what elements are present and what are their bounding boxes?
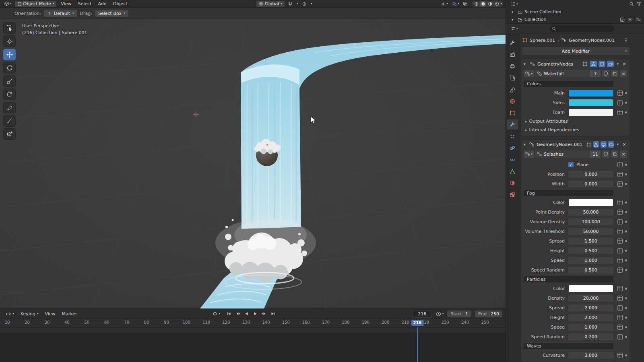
auto-keying-toggle[interactable]: ▾: [213, 311, 220, 316]
properties-search-input[interactable]: [549, 25, 615, 32]
animate-property-icon[interactable]: [617, 90, 623, 96]
decorate-icon[interactable]: [625, 230, 627, 232]
properties-tab-view-layer[interactable]: [507, 73, 518, 83]
menu-keying[interactable]: Keying▾: [18, 311, 41, 317]
close-modifier-icon[interactable]: ×: [621, 61, 627, 67]
display-edit-mode-toggle[interactable]: [593, 141, 599, 148]
checkbox-icon[interactable]: [620, 17, 625, 22]
overlays-dropdown[interactable]: ▾: [450, 2, 461, 6]
properties-tab-modifiers[interactable]: [507, 119, 518, 130]
modifier-extras-icon[interactable]: ▾: [615, 142, 620, 146]
frame-end-field[interactable]: End250: [475, 311, 502, 317]
next-keyframe-button[interactable]: [260, 310, 268, 317]
color-swatch[interactable]: [568, 285, 613, 292]
decorate-icon[interactable]: [625, 164, 627, 166]
tool-add-cube-button[interactable]: [3, 128, 16, 140]
animate-property-icon[interactable]: [617, 267, 623, 273]
animate-property-icon[interactable]: [617, 200, 623, 205]
animate-property-icon[interactable]: [617, 172, 623, 177]
chevron-down-icon[interactable]: ▾: [512, 10, 516, 14]
node-group-users-count[interactable]: 11: [590, 150, 601, 158]
display-realtime-toggle[interactable]: [601, 141, 607, 148]
camera-icon[interactable]: [636, 17, 640, 22]
drag-mode-dropdown[interactable]: Select Box ▾: [95, 10, 128, 17]
properties-tab-object-data[interactable]: [507, 166, 518, 176]
animate-property-icon[interactable]: [617, 229, 623, 234]
number-field[interactable]: 3.000: [568, 352, 613, 359]
menu-add[interactable]: Add: [95, 0, 109, 8]
menu-view[interactable]: View: [58, 0, 74, 8]
display-edit-mode-toggle[interactable]: [590, 61, 597, 67]
breadcrumb-modifier[interactable]: GeometryNodes.001: [569, 38, 615, 43]
tool-scale-button[interactable]: [3, 75, 16, 87]
search-icon[interactable]: [629, 2, 634, 6]
browse-node-group-button[interactable]: ▾: [524, 150, 535, 158]
properties-tab-object[interactable]: [507, 108, 518, 118]
tool-measure-button[interactable]: [3, 115, 16, 127]
prev-keyframe-button[interactable]: [234, 310, 242, 317]
snap-toggle[interactable]: [286, 2, 294, 6]
duplicate-icon[interactable]: [611, 70, 618, 77]
editor-type-dropdown[interactable]: ▾: [2, 1, 13, 6]
number-field[interactable]: 2.000: [568, 314, 613, 321]
play-reverse-button[interactable]: [243, 310, 251, 317]
decorate-icon[interactable]: [625, 326, 627, 328]
eye-icon[interactable]: [627, 17, 633, 22]
modifier-name[interactable]: GeometryNodes.001: [537, 142, 582, 147]
frame-start-field[interactable]: Start1: [447, 311, 471, 317]
number-field[interactable]: 1.000: [568, 324, 613, 331]
playback-sync-dropdown[interactable]: ▾: [436, 311, 444, 317]
number-field[interactable]: 20.000: [568, 295, 613, 302]
animate-property-icon[interactable]: [617, 248, 623, 253]
menu-playback[interactable]: ck▾: [3, 311, 17, 317]
modifier-name[interactable]: GeometryNodes: [537, 62, 573, 67]
pin-icon[interactable]: [623, 38, 628, 43]
jump-to-end-button[interactable]: [269, 310, 277, 317]
display-render-toggle[interactable]: [608, 141, 614, 148]
animate-property-icon[interactable]: [617, 100, 623, 105]
animate-property-icon[interactable]: [617, 219, 623, 224]
number-field[interactable]: 0.200: [568, 333, 613, 340]
properties-tab-texture[interactable]: [507, 189, 518, 200]
number-field[interactable]: 1.500: [568, 238, 613, 245]
animate-property-icon[interactable]: [617, 239, 623, 244]
modifier-extras-icon[interactable]: ▾: [615, 62, 620, 66]
color-swatch[interactable]: [568, 109, 613, 116]
timeline-tracks[interactable]: [0, 327, 506, 362]
decorate-icon[interactable]: [625, 92, 627, 94]
number-field[interactable]: 0.000: [568, 171, 613, 178]
number-field[interactable]: 0.500: [568, 267, 613, 274]
number-field[interactable]: 50.000: [568, 209, 613, 216]
properties-tab-tool[interactable]: [507, 38, 518, 48]
decorate-icon[interactable]: [625, 183, 627, 185]
decorate-icon[interactable]: [625, 202, 627, 204]
shading-material-button[interactable]: [487, 1, 493, 7]
shading-wireframe-button[interactable]: [473, 1, 479, 7]
tool-transform-button[interactable]: [3, 88, 16, 100]
display-render-toggle[interactable]: [607, 61, 614, 67]
properties-tab-output[interactable]: [507, 61, 518, 71]
properties-tab-constraints[interactable]: [507, 154, 518, 165]
play-button[interactable]: [252, 310, 260, 317]
shading-solid-button[interactable]: [480, 1, 486, 7]
current-frame-indicator[interactable]: 216: [411, 320, 423, 326]
unlink-icon[interactable]: ×: [620, 70, 627, 77]
decorate-icon[interactable]: [625, 259, 627, 261]
proportional-dropdown[interactable]: ▾: [309, 2, 314, 5]
decorate-icon[interactable]: [625, 102, 627, 104]
tool-select-box-button[interactable]: [3, 22, 16, 34]
number-field[interactable]: 1.000: [568, 257, 613, 264]
tool-rotate-button[interactable]: [3, 62, 16, 74]
expand-modifier-icon[interactable]: ▾: [524, 142, 528, 146]
add-modifier-button[interactable]: Add Modifier ▾: [522, 47, 630, 56]
snap-dropdown[interactable]: ▾: [295, 2, 300, 5]
shading-rendered-button[interactable]: [493, 1, 500, 7]
decorate-icon[interactable]: [625, 288, 627, 290]
proportional-edit-toggle[interactable]: [300, 2, 308, 6]
number-field[interactable]: 50.000: [568, 228, 613, 235]
number-field[interactable]: 0.500: [568, 247, 613, 254]
close-modifier-icon[interactable]: ×: [621, 142, 627, 147]
current-frame-field[interactable]: 216: [413, 310, 432, 318]
outliner-row-scene-collection[interactable]: ▾ Scene Collection: [506, 8, 644, 16]
decorate-icon[interactable]: [625, 269, 627, 271]
